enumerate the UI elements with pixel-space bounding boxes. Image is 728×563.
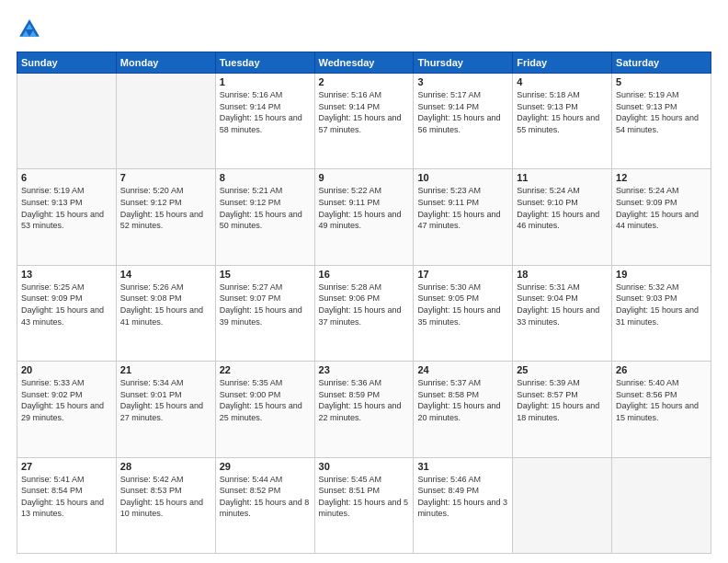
day-number: 9 [319,172,410,183]
calendar-cell [513,457,612,553]
calendar-cell: 17Sunrise: 5:30 AMSunset: 9:05 PMDayligh… [414,265,513,361]
day-number: 14 [120,269,211,280]
calendar-cell: 22Sunrise: 5:35 AMSunset: 9:00 PMDayligh… [215,362,314,457]
day-header-tuesday: Tuesday [215,52,314,74]
day-detail: Sunrise: 5:25 AMSunset: 9:09 PMDaylight:… [21,282,112,327]
day-number: 29 [220,461,311,472]
day-number: 23 [319,364,410,375]
calendar-week-row: 1Sunrise: 5:16 AMSunset: 9:14 PMDaylight… [17,74,711,169]
calendar-cell [612,457,711,553]
calendar-cell: 8Sunrise: 5:21 AMSunset: 9:12 PMDaylight… [215,169,314,265]
calendar-cell: 4Sunrise: 5:18 AMSunset: 9:13 PMDaylight… [513,74,612,169]
calendar-cell: 19Sunrise: 5:32 AMSunset: 9:03 PMDayligh… [612,265,711,361]
day-detail: Sunrise: 5:17 AMSunset: 9:14 PMDaylight:… [417,89,508,135]
calendar-cell: 1Sunrise: 5:16 AMSunset: 9:14 PMDaylight… [215,74,314,169]
calendar-cell: 11Sunrise: 5:24 AMSunset: 9:10 PMDayligh… [513,169,612,265]
day-detail: Sunrise: 5:27 AMSunset: 9:07 PMDaylight:… [220,282,311,327]
calendar-cell: 26Sunrise: 5:40 AMSunset: 8:56 PMDayligh… [612,362,711,457]
calendar-cell: 31Sunrise: 5:46 AMSunset: 8:49 PMDayligh… [414,457,513,553]
day-header-wednesday: Wednesday [314,52,414,74]
calendar-cell: 27Sunrise: 5:41 AMSunset: 8:54 PMDayligh… [17,457,117,553]
calendar-week-row: 27Sunrise: 5:41 AMSunset: 8:54 PMDayligh… [17,457,711,553]
day-number: 27 [21,461,112,472]
day-number: 1 [220,76,311,87]
calendar-body: 1Sunrise: 5:16 AMSunset: 9:14 PMDaylight… [17,74,711,554]
day-detail: Sunrise: 5:23 AMSunset: 9:11 PMDaylight:… [417,185,508,231]
day-number: 10 [417,172,508,183]
calendar-cell: 14Sunrise: 5:26 AMSunset: 9:08 PMDayligh… [116,265,215,361]
day-number: 24 [417,364,508,375]
calendar-cell: 16Sunrise: 5:28 AMSunset: 9:06 PMDayligh… [314,265,414,361]
day-number: 4 [517,76,608,87]
day-number: 31 [417,461,508,472]
day-number: 30 [319,461,410,472]
day-number: 11 [517,172,608,183]
day-number: 19 [616,269,707,280]
calendar-cell [116,74,215,169]
day-detail: Sunrise: 5:30 AMSunset: 9:05 PMDaylight:… [417,282,508,327]
day-header-monday: Monday [116,52,215,74]
day-number: 15 [220,269,311,280]
calendar-cell [17,74,117,169]
calendar-header-row: SundayMondayTuesdayWednesdayThursdayFrid… [17,52,711,74]
day-detail: Sunrise: 5:42 AMSunset: 8:53 PMDaylight:… [120,474,211,520]
day-detail: Sunrise: 5:33 AMSunset: 9:02 PMDaylight:… [21,377,112,423]
day-header-friday: Friday [513,52,612,74]
logo-icon [17,17,42,42]
day-number: 2 [319,76,410,87]
day-detail: Sunrise: 5:20 AMSunset: 9:12 PMDaylight:… [120,185,211,231]
day-number: 26 [616,364,707,375]
calendar-cell: 10Sunrise: 5:23 AMSunset: 9:11 PMDayligh… [414,169,513,265]
calendar-cell: 24Sunrise: 5:37 AMSunset: 8:58 PMDayligh… [414,362,513,457]
day-detail: Sunrise: 5:41 AMSunset: 8:54 PMDaylight:… [21,474,112,520]
day-detail: Sunrise: 5:19 AMSunset: 9:13 PMDaylight:… [21,185,112,231]
calendar-cell: 18Sunrise: 5:31 AMSunset: 9:04 PMDayligh… [513,265,612,361]
calendar-cell: 30Sunrise: 5:45 AMSunset: 8:51 PMDayligh… [314,457,414,553]
day-number: 18 [517,269,608,280]
day-detail: Sunrise: 5:36 AMSunset: 8:59 PMDaylight:… [319,377,410,423]
day-detail: Sunrise: 5:37 AMSunset: 8:58 PMDaylight:… [417,377,508,423]
day-number: 8 [220,172,311,183]
header [17,17,711,42]
day-detail: Sunrise: 5:24 AMSunset: 9:10 PMDaylight:… [517,185,608,231]
day-number: 17 [417,269,508,280]
calendar-cell: 3Sunrise: 5:17 AMSunset: 9:14 PMDaylight… [414,74,513,169]
calendar-cell: 12Sunrise: 5:24 AMSunset: 9:09 PMDayligh… [612,169,711,265]
day-header-sunday: Sunday [17,52,117,74]
calendar-cell: 28Sunrise: 5:42 AMSunset: 8:53 PMDayligh… [116,457,215,553]
calendar-table: SundayMondayTuesdayWednesdayThursdayFrid… [17,52,711,554]
day-number: 16 [319,269,410,280]
calendar-cell: 25Sunrise: 5:39 AMSunset: 8:57 PMDayligh… [513,362,612,457]
calendar-cell: 29Sunrise: 5:44 AMSunset: 8:52 PMDayligh… [215,457,314,553]
day-detail: Sunrise: 5:34 AMSunset: 9:01 PMDaylight:… [120,377,211,423]
calendar-cell: 13Sunrise: 5:25 AMSunset: 9:09 PMDayligh… [17,265,117,361]
day-number: 12 [616,172,707,183]
day-detail: Sunrise: 5:22 AMSunset: 9:11 PMDaylight:… [319,185,410,231]
day-detail: Sunrise: 5:19 AMSunset: 9:13 PMDaylight:… [616,89,707,135]
day-detail: Sunrise: 5:16 AMSunset: 9:14 PMDaylight:… [319,89,410,135]
calendar-cell: 20Sunrise: 5:33 AMSunset: 9:02 PMDayligh… [17,362,117,457]
day-detail: Sunrise: 5:44 AMSunset: 8:52 PMDaylight:… [220,474,311,520]
day-detail: Sunrise: 5:35 AMSunset: 9:00 PMDaylight:… [220,377,311,423]
day-number: 22 [220,364,311,375]
day-detail: Sunrise: 5:24 AMSunset: 9:09 PMDaylight:… [616,185,707,231]
day-detail: Sunrise: 5:31 AMSunset: 9:04 PMDaylight:… [517,282,608,327]
calendar-cell: 7Sunrise: 5:20 AMSunset: 9:12 PMDaylight… [116,169,215,265]
day-header-thursday: Thursday [414,52,513,74]
calendar-cell: 23Sunrise: 5:36 AMSunset: 8:59 PMDayligh… [314,362,414,457]
calendar-cell: 6Sunrise: 5:19 AMSunset: 9:13 PMDaylight… [17,169,117,265]
day-number: 7 [120,172,211,183]
day-number: 6 [21,172,112,183]
calendar-cell: 21Sunrise: 5:34 AMSunset: 9:01 PMDayligh… [116,362,215,457]
day-detail: Sunrise: 5:16 AMSunset: 9:14 PMDaylight:… [220,89,311,135]
day-detail: Sunrise: 5:45 AMSunset: 8:51 PMDaylight:… [319,474,410,520]
calendar-cell: 9Sunrise: 5:22 AMSunset: 9:11 PMDaylight… [314,169,414,265]
logo [17,17,46,42]
day-detail: Sunrise: 5:21 AMSunset: 9:12 PMDaylight:… [220,185,311,231]
day-number: 5 [616,76,707,87]
day-detail: Sunrise: 5:28 AMSunset: 9:06 PMDaylight:… [319,282,410,327]
calendar-week-row: 13Sunrise: 5:25 AMSunset: 9:09 PMDayligh… [17,265,711,361]
day-detail: Sunrise: 5:40 AMSunset: 8:56 PMDaylight:… [616,377,707,423]
day-number: 25 [517,364,608,375]
calendar-cell: 15Sunrise: 5:27 AMSunset: 9:07 PMDayligh… [215,265,314,361]
